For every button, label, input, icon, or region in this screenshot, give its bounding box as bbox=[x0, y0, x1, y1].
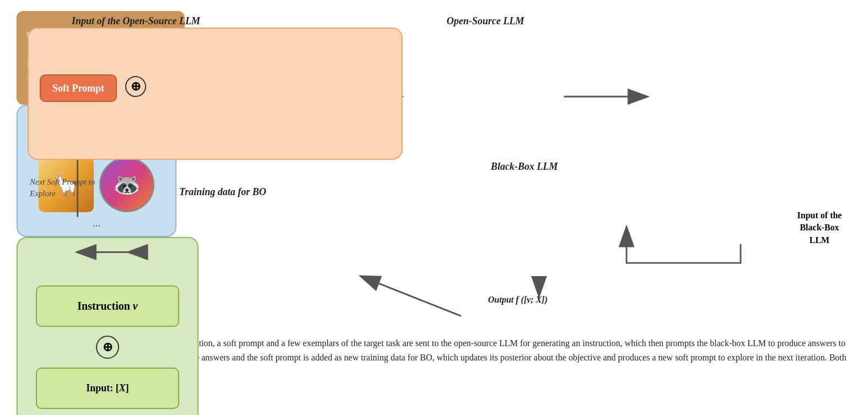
svg-line-6 bbox=[361, 277, 461, 316]
diagram: Input of the Open-Source LLM Soft Prompt… bbox=[17, 11, 851, 331]
input-x-box: Input: [X] bbox=[36, 368, 179, 409]
title-open-source-input: Input of the Open-Source LLM bbox=[72, 15, 200, 27]
instruction-panel: Instruction v ⊕ Input: [X] bbox=[17, 237, 199, 415]
next-soft-prompt-label: Next Soft Prompt to Explore bbox=[30, 176, 107, 200]
instruction-v-box: Instruction v bbox=[36, 285, 179, 327]
input-x-label: Input: [X] bbox=[86, 382, 129, 394]
title-training-data: Training data for BO bbox=[179, 186, 266, 198]
plus-symbol-1: ⊕ bbox=[131, 79, 141, 94]
title-open-source-llm: Open-Source LLM bbox=[447, 15, 524, 27]
robot-icon: 🦝 bbox=[99, 157, 154, 212]
soft-prompt-box: Soft Prompt bbox=[40, 74, 117, 102]
title-blackbox-llm: Black-Box LLM bbox=[491, 161, 558, 173]
soft-prompt-label: Soft Prompt bbox=[52, 83, 104, 94]
blackbox-input-label: Input of the Black-Box LLM bbox=[792, 209, 847, 246]
instruction-v-label: Instruction v bbox=[77, 300, 137, 312]
llm-dots: ... bbox=[93, 217, 101, 229]
plus-circle-1: ⊕ bbox=[125, 76, 146, 97]
plus-circle-2: ⊕ bbox=[96, 336, 119, 359]
output-label: Output f ([v; X]) bbox=[488, 295, 548, 305]
